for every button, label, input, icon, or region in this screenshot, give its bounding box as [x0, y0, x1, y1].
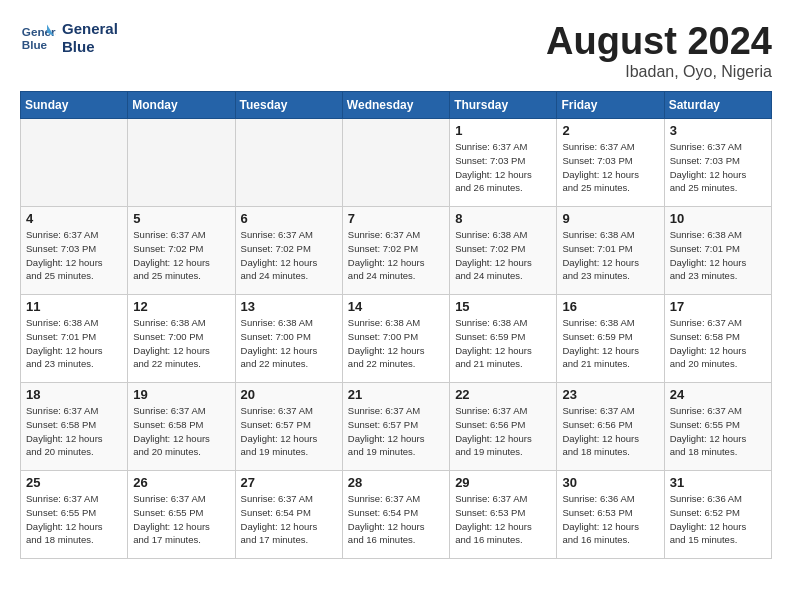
day-info: Sunrise: 6:37 AM Sunset: 6:58 PM Dayligh…: [26, 404, 122, 459]
day-info: Sunrise: 6:37 AM Sunset: 7:02 PM Dayligh…: [133, 228, 229, 283]
day-info: Sunrise: 6:37 AM Sunset: 7:03 PM Dayligh…: [670, 140, 766, 195]
day-number: 13: [241, 299, 337, 314]
day-number: 1: [455, 123, 551, 138]
day-info: Sunrise: 6:37 AM Sunset: 6:54 PM Dayligh…: [241, 492, 337, 547]
svg-text:Blue: Blue: [22, 38, 48, 51]
calendar-cell: 6Sunrise: 6:37 AM Sunset: 7:02 PM Daylig…: [235, 207, 342, 295]
calendar-week-row: 1Sunrise: 6:37 AM Sunset: 7:03 PM Daylig…: [21, 119, 772, 207]
day-number: 7: [348, 211, 444, 226]
calendar-cell: [235, 119, 342, 207]
page-header: General Blue General Blue August 2024 Ib…: [20, 20, 772, 81]
calendar-body: 1Sunrise: 6:37 AM Sunset: 7:03 PM Daylig…: [21, 119, 772, 559]
day-number: 21: [348, 387, 444, 402]
calendar-cell: 2Sunrise: 6:37 AM Sunset: 7:03 PM Daylig…: [557, 119, 664, 207]
weekday-header-saturday: Saturday: [664, 92, 771, 119]
calendar-header: SundayMondayTuesdayWednesdayThursdayFrid…: [21, 92, 772, 119]
day-info: Sunrise: 6:37 AM Sunset: 7:02 PM Dayligh…: [348, 228, 444, 283]
day-info: Sunrise: 6:37 AM Sunset: 6:58 PM Dayligh…: [133, 404, 229, 459]
logo-text-blue: Blue: [62, 38, 118, 56]
day-number: 16: [562, 299, 658, 314]
calendar-cell: 14Sunrise: 6:38 AM Sunset: 7:00 PM Dayli…: [342, 295, 449, 383]
calendar-cell: 29Sunrise: 6:37 AM Sunset: 6:53 PM Dayli…: [450, 471, 557, 559]
calendar-cell: 16Sunrise: 6:38 AM Sunset: 6:59 PM Dayli…: [557, 295, 664, 383]
day-info: Sunrise: 6:37 AM Sunset: 7:03 PM Dayligh…: [26, 228, 122, 283]
day-info: Sunrise: 6:37 AM Sunset: 6:55 PM Dayligh…: [133, 492, 229, 547]
calendar-cell: 13Sunrise: 6:38 AM Sunset: 7:00 PM Dayli…: [235, 295, 342, 383]
day-number: 3: [670, 123, 766, 138]
month-year-title: August 2024: [546, 20, 772, 63]
weekday-header-wednesday: Wednesday: [342, 92, 449, 119]
day-info: Sunrise: 6:38 AM Sunset: 7:01 PM Dayligh…: [26, 316, 122, 371]
calendar-cell: 8Sunrise: 6:38 AM Sunset: 7:02 PM Daylig…: [450, 207, 557, 295]
calendar-cell: 1Sunrise: 6:37 AM Sunset: 7:03 PM Daylig…: [450, 119, 557, 207]
calendar-cell: 21Sunrise: 6:37 AM Sunset: 6:57 PM Dayli…: [342, 383, 449, 471]
day-number: 5: [133, 211, 229, 226]
day-number: 11: [26, 299, 122, 314]
title-block: August 2024 Ibadan, Oyo, Nigeria: [546, 20, 772, 81]
day-info: Sunrise: 6:38 AM Sunset: 7:00 PM Dayligh…: [241, 316, 337, 371]
day-info: Sunrise: 6:36 AM Sunset: 6:52 PM Dayligh…: [670, 492, 766, 547]
calendar-week-row: 4Sunrise: 6:37 AM Sunset: 7:03 PM Daylig…: [21, 207, 772, 295]
day-info: Sunrise: 6:37 AM Sunset: 6:56 PM Dayligh…: [455, 404, 551, 459]
calendar-cell: 3Sunrise: 6:37 AM Sunset: 7:03 PM Daylig…: [664, 119, 771, 207]
day-number: 10: [670, 211, 766, 226]
calendar-week-row: 18Sunrise: 6:37 AM Sunset: 6:58 PM Dayli…: [21, 383, 772, 471]
day-number: 15: [455, 299, 551, 314]
day-info: Sunrise: 6:38 AM Sunset: 6:59 PM Dayligh…: [562, 316, 658, 371]
day-info: Sunrise: 6:38 AM Sunset: 7:01 PM Dayligh…: [562, 228, 658, 283]
calendar-week-row: 11Sunrise: 6:38 AM Sunset: 7:01 PM Dayli…: [21, 295, 772, 383]
calendar-cell: 19Sunrise: 6:37 AM Sunset: 6:58 PM Dayli…: [128, 383, 235, 471]
day-info: Sunrise: 6:37 AM Sunset: 7:03 PM Dayligh…: [455, 140, 551, 195]
day-number: 9: [562, 211, 658, 226]
day-info: Sunrise: 6:37 AM Sunset: 6:53 PM Dayligh…: [455, 492, 551, 547]
calendar-cell: 23Sunrise: 6:37 AM Sunset: 6:56 PM Dayli…: [557, 383, 664, 471]
weekday-header-row: SundayMondayTuesdayWednesdayThursdayFrid…: [21, 92, 772, 119]
calendar-cell: 28Sunrise: 6:37 AM Sunset: 6:54 PM Dayli…: [342, 471, 449, 559]
day-number: 14: [348, 299, 444, 314]
calendar-cell: 4Sunrise: 6:37 AM Sunset: 7:03 PM Daylig…: [21, 207, 128, 295]
calendar-cell: 18Sunrise: 6:37 AM Sunset: 6:58 PM Dayli…: [21, 383, 128, 471]
day-number: 27: [241, 475, 337, 490]
day-info: Sunrise: 6:37 AM Sunset: 6:55 PM Dayligh…: [670, 404, 766, 459]
day-number: 12: [133, 299, 229, 314]
day-number: 8: [455, 211, 551, 226]
calendar-cell: 26Sunrise: 6:37 AM Sunset: 6:55 PM Dayli…: [128, 471, 235, 559]
weekday-header-sunday: Sunday: [21, 92, 128, 119]
day-number: 28: [348, 475, 444, 490]
logo-icon: General Blue: [20, 20, 56, 56]
day-info: Sunrise: 6:36 AM Sunset: 6:53 PM Dayligh…: [562, 492, 658, 547]
calendar-cell: 20Sunrise: 6:37 AM Sunset: 6:57 PM Dayli…: [235, 383, 342, 471]
calendar-cell: 24Sunrise: 6:37 AM Sunset: 6:55 PM Dayli…: [664, 383, 771, 471]
calendar-cell: 11Sunrise: 6:38 AM Sunset: 7:01 PM Dayli…: [21, 295, 128, 383]
weekday-header-thursday: Thursday: [450, 92, 557, 119]
calendar-cell: [21, 119, 128, 207]
location-subtitle: Ibadan, Oyo, Nigeria: [546, 63, 772, 81]
calendar-cell: 25Sunrise: 6:37 AM Sunset: 6:55 PM Dayli…: [21, 471, 128, 559]
day-info: Sunrise: 6:37 AM Sunset: 6:57 PM Dayligh…: [348, 404, 444, 459]
weekday-header-friday: Friday: [557, 92, 664, 119]
logo: General Blue General Blue: [20, 20, 118, 56]
day-number: 22: [455, 387, 551, 402]
day-info: Sunrise: 6:37 AM Sunset: 6:57 PM Dayligh…: [241, 404, 337, 459]
day-number: 17: [670, 299, 766, 314]
day-number: 30: [562, 475, 658, 490]
calendar-cell: 5Sunrise: 6:37 AM Sunset: 7:02 PM Daylig…: [128, 207, 235, 295]
day-number: 20: [241, 387, 337, 402]
day-number: 23: [562, 387, 658, 402]
day-number: 18: [26, 387, 122, 402]
day-info: Sunrise: 6:38 AM Sunset: 7:00 PM Dayligh…: [133, 316, 229, 371]
weekday-header-monday: Monday: [128, 92, 235, 119]
calendar-cell: 17Sunrise: 6:37 AM Sunset: 6:58 PM Dayli…: [664, 295, 771, 383]
day-number: 26: [133, 475, 229, 490]
day-info: Sunrise: 6:37 AM Sunset: 7:02 PM Dayligh…: [241, 228, 337, 283]
calendar-week-row: 25Sunrise: 6:37 AM Sunset: 6:55 PM Dayli…: [21, 471, 772, 559]
weekday-header-tuesday: Tuesday: [235, 92, 342, 119]
calendar-cell: 22Sunrise: 6:37 AM Sunset: 6:56 PM Dayli…: [450, 383, 557, 471]
day-info: Sunrise: 6:37 AM Sunset: 6:58 PM Dayligh…: [670, 316, 766, 371]
calendar-cell: 10Sunrise: 6:38 AM Sunset: 7:01 PM Dayli…: [664, 207, 771, 295]
day-info: Sunrise: 6:38 AM Sunset: 6:59 PM Dayligh…: [455, 316, 551, 371]
calendar-cell: 7Sunrise: 6:37 AM Sunset: 7:02 PM Daylig…: [342, 207, 449, 295]
calendar-cell: [128, 119, 235, 207]
calendar-table: SundayMondayTuesdayWednesdayThursdayFrid…: [20, 91, 772, 559]
day-number: 6: [241, 211, 337, 226]
